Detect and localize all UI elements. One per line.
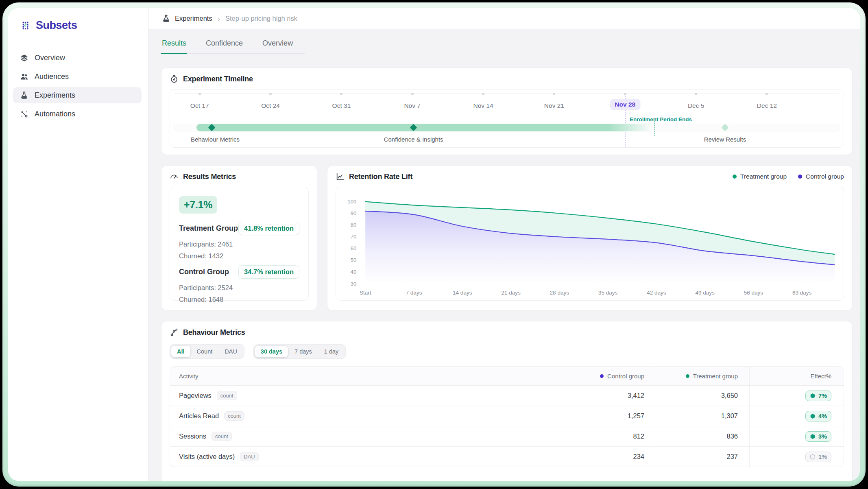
table-row[interactable]: Sessionscount 812 836 3% bbox=[170, 426, 844, 447]
enrollment-period-label: Enrollment Period Ends bbox=[630, 116, 692, 122]
sidebar-item-label: Automations bbox=[35, 110, 75, 118]
column-header-effect: Effect% bbox=[749, 367, 844, 385]
line-chart-icon bbox=[336, 172, 345, 181]
content-area: Results Confidence Overview Experiment T… bbox=[148, 29, 860, 481]
svg-text:21 days: 21 days bbox=[501, 290, 521, 296]
filter-30-days[interactable]: 30 days bbox=[255, 346, 288, 357]
svg-text:42 days: 42 days bbox=[647, 290, 666, 296]
sidebar: Subsets Overview Audiences bbox=[8, 8, 148, 481]
filter-count[interactable]: Count bbox=[191, 346, 218, 357]
timeline-date: Oct 17 bbox=[190, 102, 209, 109]
legend-control: Control group bbox=[798, 173, 844, 180]
timeline-date: Oct 31 bbox=[332, 102, 351, 109]
filter-7-days[interactable]: 7 days bbox=[289, 346, 318, 357]
svg-text:90: 90 bbox=[351, 210, 356, 216]
phase-label-review: Review Results bbox=[704, 136, 746, 143]
table-header-row: Activity Control group Treatment group E… bbox=[170, 367, 844, 386]
tab-results[interactable]: Results bbox=[161, 37, 187, 54]
flask-icon bbox=[20, 91, 28, 100]
timeline-card-header: Experiment Timeline bbox=[170, 74, 844, 83]
treatment-value: 1,307 bbox=[656, 406, 749, 426]
bar-end-marker bbox=[654, 121, 655, 136]
timeline-tick-dot bbox=[553, 93, 555, 95]
timeline-axis bbox=[174, 94, 840, 94]
svg-text:14 days: 14 days bbox=[453, 290, 472, 296]
treatment-churned: Churned: 1432 bbox=[179, 251, 299, 262]
hexagon-icon bbox=[810, 434, 816, 439]
flask-icon bbox=[161, 14, 170, 23]
behaviour-table: Activity Control group Treatment group E… bbox=[170, 366, 844, 467]
metrics-row: Results Metrics +7.1% Treatment Group 41… bbox=[161, 165, 853, 321]
sidebar-item-automations[interactable]: Automations bbox=[13, 106, 142, 122]
table-row[interactable]: Pageviewscount 3,412 3,650 7% bbox=[170, 386, 844, 406]
treatment-group-row: Treatment Group 41.8% retention bbox=[179, 222, 299, 235]
tab-bar: Results Confidence Overview bbox=[161, 37, 305, 54]
automation-icon bbox=[20, 109, 28, 118]
metric-type-badge: count bbox=[212, 432, 232, 441]
sidebar-item-overview[interactable]: Overview bbox=[13, 50, 142, 66]
behaviour-filters: All Count DAU 30 days 7 days 1 day bbox=[170, 344, 844, 359]
sidebar-nav: Overview Audiences Experiments bbox=[13, 50, 142, 122]
svg-text:80: 80 bbox=[351, 222, 356, 228]
filter-1-day[interactable]: 1 day bbox=[318, 346, 344, 357]
sidebar-item-label: Audiences bbox=[35, 72, 69, 81]
column-header-control: Control group bbox=[566, 367, 656, 385]
chart-card-header: Retention Rate Lift Treatment group Cont… bbox=[336, 172, 844, 181]
control-value: 234 bbox=[566, 447, 656, 467]
treatment-group-name: Treatment Group bbox=[179, 224, 238, 233]
timeline-date: Dec 12 bbox=[757, 102, 777, 109]
control-dot-icon bbox=[600, 374, 604, 378]
timeline-date: Nov 14 bbox=[473, 102, 493, 109]
table-row[interactable]: Articles Readcount 1,257 1,307 4% bbox=[170, 406, 844, 426]
filter-all[interactable]: All bbox=[171, 346, 190, 357]
retention-chart-svg: 30405060708090100Start7 days14 days21 da… bbox=[338, 191, 841, 299]
table-row[interactable]: Visits (active days)DAU 234 237 1% bbox=[170, 447, 844, 467]
timeline-tick-dot bbox=[340, 93, 342, 95]
behaviour-card-header: Behaviour Metrics bbox=[170, 328, 844, 337]
breadcrumb-section[interactable]: Experiments bbox=[175, 15, 212, 22]
timeline-date: Nov 28 bbox=[610, 99, 640, 110]
chevron-right-icon: › bbox=[218, 14, 220, 23]
column-header-treatment: Treatment group bbox=[656, 367, 749, 385]
timeline-date: Nov 21 bbox=[544, 102, 564, 109]
hexagon-icon bbox=[810, 393, 816, 399]
sidebar-item-label: Experiments bbox=[35, 91, 75, 100]
sidebar-item-experiments[interactable]: Experiments bbox=[13, 87, 142, 103]
control-participants: Participants: 2524 bbox=[179, 282, 299, 293]
svg-text:60: 60 bbox=[351, 245, 356, 251]
svg-text:70: 70 bbox=[351, 234, 356, 240]
column-header-activity: Activity bbox=[170, 367, 566, 385]
phase-label-behaviour: Behaviour Metrics bbox=[191, 136, 240, 143]
layers-icon bbox=[20, 53, 28, 62]
svg-text:30: 30 bbox=[351, 281, 356, 287]
results-metrics-box: +7.1% Treatment Group 41.8% retention Pa… bbox=[170, 187, 309, 301]
tab-overview[interactable]: Overview bbox=[262, 37, 294, 54]
behaviour-metrics-card: Behaviour Metrics All Count DAU 30 days … bbox=[161, 321, 853, 481]
timeline-track-area: Enrollment Period Ends Behaviour Metrics… bbox=[170, 89, 844, 148]
svg-text:35 days: 35 days bbox=[598, 290, 618, 296]
treatment-dot-icon bbox=[733, 175, 737, 179]
activity-name: Pageviews bbox=[179, 392, 212, 399]
control-value: 3,412 bbox=[566, 386, 656, 406]
logo-text: Subsets bbox=[36, 19, 77, 32]
filter-dau[interactable]: DAU bbox=[219, 346, 243, 357]
timeline-card-title: Experiment Timeline bbox=[183, 75, 253, 83]
logo[interactable]: Subsets bbox=[20, 19, 142, 32]
svg-text:28 days: 28 days bbox=[550, 290, 569, 296]
timeline-date: Oct 24 bbox=[261, 102, 280, 109]
control-group-name: Control Group bbox=[179, 268, 229, 276]
results-card-header: Results Metrics bbox=[170, 172, 309, 181]
effect-badge: 4% bbox=[805, 411, 831, 421]
timeline-tick-dot bbox=[482, 93, 484, 95]
window-frame: Subsets Overview Audiences bbox=[2, 2, 866, 487]
sidebar-item-audiences[interactable]: Audiences bbox=[13, 68, 142, 85]
app-window: Subsets Overview Audiences bbox=[8, 8, 860, 481]
control-value: 1,257 bbox=[566, 406, 656, 426]
tab-confidence[interactable]: Confidence bbox=[205, 37, 244, 54]
svg-text:56 days: 56 days bbox=[744, 290, 763, 296]
timeline-tick-dot bbox=[624, 93, 626, 95]
chart-legend: Treatment group Control group bbox=[733, 173, 844, 180]
period-segmented-control: 30 days 7 days 1 day bbox=[253, 344, 346, 359]
control-churned: Churned: 1648 bbox=[179, 294, 299, 305]
retention-chart-card: Retention Rate Lift Treatment group Cont… bbox=[327, 165, 853, 311]
